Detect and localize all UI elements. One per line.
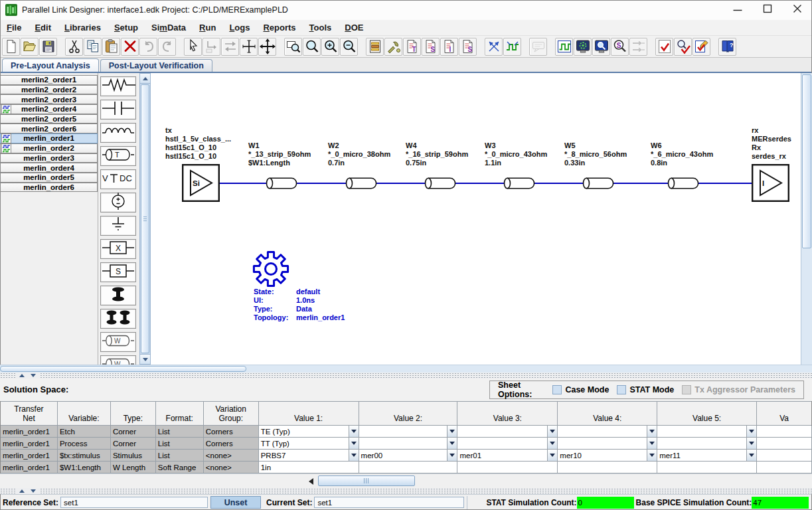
column-header-variation-group[interactable]: VariationGroup:	[204, 402, 259, 426]
splitter-bottom[interactable]	[0, 488, 812, 494]
tline-w4[interactable]	[422, 177, 456, 190]
column-header-format[interactable]: Format:	[156, 402, 204, 426]
zoom-window-button[interactable]	[284, 38, 302, 56]
splitter-top[interactable]	[0, 373, 812, 379]
cell-value-1[interactable]: PRBS7	[259, 450, 359, 462]
scroll-up-icon[interactable]	[140, 74, 150, 84]
cell-value-5[interactable]	[657, 426, 757, 438]
edit-wrench-button[interactable]	[384, 38, 402, 56]
w-line-coupled-tool[interactable]: W	[100, 355, 136, 365]
report-ibis-button[interactable]: I	[440, 38, 458, 56]
dropdown-arrow-icon[interactable]	[547, 426, 557, 437]
cell-value-6[interactable]	[757, 438, 812, 450]
menu-run[interactable]: Run	[193, 20, 222, 36]
sidebar-item-merlin-order6[interactable]: merlin_order6	[0, 183, 98, 193]
cell-value-4[interactable]: mer10	[558, 450, 657, 462]
open-file-button[interactable]	[21, 38, 39, 56]
dropdown-arrow-icon[interactable]	[547, 450, 557, 461]
canvas-hscroll-thumb[interactable]	[0, 366, 246, 372]
zoom-in-button[interactable]	[321, 38, 339, 56]
sidebar-item-merlin-order3[interactable]: merlin_order3	[0, 153, 98, 163]
sidebar-item-merlin-order2[interactable]: merlin_order2	[0, 143, 98, 153]
cell-value-2[interactable]	[359, 426, 458, 438]
vdc-source-tool[interactable]: VDC	[100, 169, 136, 189]
menu-tools[interactable]: Tools	[303, 20, 339, 36]
scroll-left-icon[interactable]	[306, 477, 315, 486]
report-text-button[interactable]: T	[403, 38, 421, 56]
cell-value-6[interactable]	[757, 426, 812, 438]
menu-setup[interactable]: Setup	[108, 20, 145, 36]
column-header-value-1[interactable]: Value 1:	[259, 402, 359, 426]
cut-button[interactable]	[65, 38, 83, 56]
select-pointer-button[interactable]	[184, 38, 202, 56]
cell-value-2[interactable]	[359, 438, 458, 450]
cell-value-4[interactable]	[558, 438, 657, 450]
tab-pre-layout-analysis[interactable]: Pre-Layout Analysis	[2, 58, 99, 72]
tline-w5[interactable]	[580, 177, 614, 190]
dropdown-arrow-icon[interactable]	[746, 450, 756, 461]
tline-w1[interactable]	[264, 177, 297, 190]
pan-move-button[interactable]	[258, 38, 276, 56]
sidebar-item-merlin2-order4[interactable]: merlin2_order4	[0, 104, 98, 114]
palette-scrollbar[interactable]	[139, 73, 151, 365]
dropdown-arrow-icon[interactable]	[547, 438, 557, 449]
tab-post-layout-verification[interactable]: Post-Layout Verification	[100, 59, 212, 72]
new-file-button[interactable]	[2, 38, 20, 56]
palette-scroll-thumb[interactable]	[141, 84, 149, 353]
cell-value-6[interactable]	[757, 450, 812, 462]
dropdown-arrow-icon[interactable]	[349, 438, 359, 449]
tline-w6[interactable]	[665, 177, 699, 190]
dropdown-arrow-icon[interactable]	[647, 450, 657, 461]
rx-buffer[interactable]: I	[752, 164, 789, 202]
cell-value-1[interactable]: 1in	[259, 462, 359, 473]
sidebar-item-merlin-order4[interactable]: merlin_order4	[0, 163, 98, 173]
cell-value-5[interactable]	[657, 438, 757, 450]
sidebar-item-merlin2-order6[interactable]: merlin2_order6	[0, 124, 98, 133]
x-block-tool[interactable]: X	[100, 239, 136, 259]
dc-source-tool[interactable]	[100, 193, 136, 212]
menu-simdata[interactable]: SimData	[145, 20, 193, 36]
maximize-button[interactable]	[752, 0, 782, 20]
column-header-va[interactable]: Va	[757, 402, 812, 426]
w-line-tool[interactable]: W	[100, 332, 136, 352]
s-block-tool[interactable]: S	[100, 262, 136, 282]
sidebar-item-merlin2-order5[interactable]: merlin2_order5	[0, 114, 98, 124]
menu-reports[interactable]: Reports	[256, 20, 302, 36]
column-header-transfer-net[interactable]: TransferNet	[1, 402, 58, 426]
via-tool[interactable]	[100, 286, 136, 305]
schematic-canvas[interactable]: txhstl_1_5v_class_...hstl15c1_O_10hstl15…	[151, 73, 812, 365]
minimize-button[interactable]	[722, 0, 752, 20]
cell-value-6[interactable]	[757, 462, 812, 473]
capacitor-tool[interactable]	[100, 100, 136, 120]
cell-value-5[interactable]	[657, 462, 757, 473]
resistor-tool[interactable]	[100, 76, 136, 96]
scroll-down-icon[interactable]	[140, 354, 150, 364]
validate-check-button[interactable]	[655, 38, 673, 56]
checkbox-stat-mode[interactable]: STAT Mode	[617, 385, 674, 394]
report-spice-button[interactable]: S	[422, 38, 440, 56]
dropdown-arrow-icon[interactable]	[447, 450, 457, 461]
checkbox-icon[interactable]	[617, 385, 626, 394]
waveform-viewer-button[interactable]	[555, 38, 573, 56]
t-line-tool[interactable]: T	[100, 146, 136, 166]
checkbox-icon[interactable]	[552, 385, 562, 394]
dropdown-arrow-icon[interactable]	[746, 438, 756, 449]
menu-doe[interactable]: DOE	[338, 20, 370, 36]
zoom-out-button[interactable]	[340, 38, 358, 56]
board-stackup-button[interactable]	[366, 38, 384, 56]
ground-tool[interactable]	[100, 216, 136, 236]
review-check-button[interactable]	[674, 38, 692, 56]
delete-button[interactable]	[121, 38, 139, 56]
unset-button[interactable]: Unset	[210, 496, 261, 509]
dropdown-arrow-icon[interactable]	[647, 438, 657, 449]
collapse-up-icon[interactable]	[17, 489, 27, 493]
menu-edit[interactable]: Edit	[28, 20, 58, 36]
cell-value-2[interactable]	[359, 462, 458, 473]
canvas-hscrollbar[interactable]	[0, 365, 812, 373]
cell-value-3[interactable]	[457, 462, 558, 473]
report-spice2-button[interactable]: S	[459, 38, 477, 56]
sidebar-item-merlin2-order1[interactable]: merlin2_order1	[0, 75, 98, 85]
sidebar-item-merlin2-order2[interactable]: merlin2_order2	[0, 85, 98, 95]
cell-value-4[interactable]	[558, 426, 657, 438]
dropdown-arrow-icon[interactable]	[349, 426, 359, 437]
